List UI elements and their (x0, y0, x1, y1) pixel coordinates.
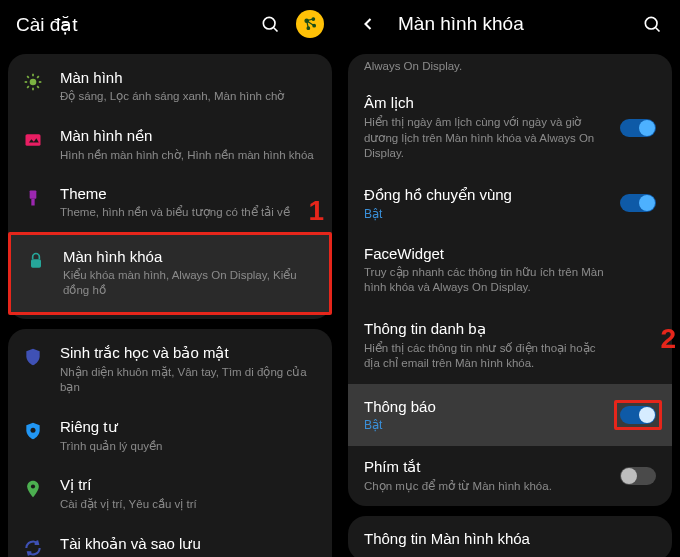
toggle-roaming-clock[interactable] (620, 194, 656, 212)
svg-point-0 (263, 17, 275, 29)
header: Cài đặt (0, 0, 340, 48)
item-subtitle: Hình nền màn hình chờ, Hình nền màn hình… (60, 148, 318, 164)
lockscreen-settings-screen: Màn hình khóa Always On Display. Âm lịch… (340, 0, 680, 557)
settings-item-location[interactable]: Vị trí Cài đặt vị trí, Yêu cầu vị trí (8, 465, 332, 524)
row-subtitle: Chọn mục để mở từ Màn hình khóa. (364, 479, 656, 495)
settings-item-privacy[interactable]: Riêng tư Trình quản lý quyền (8, 407, 332, 466)
search-button[interactable] (258, 12, 282, 36)
item-title: Sinh trắc học và bảo mật (60, 344, 318, 362)
row-status: Bật (364, 418, 656, 432)
svg-line-15 (37, 86, 39, 88)
brightness-icon (22, 71, 44, 93)
svg-point-25 (645, 17, 657, 29)
svg-line-17 (37, 76, 39, 78)
row-subtitle: Truy cập nhanh các thông tin hữu ích trê… (364, 265, 656, 296)
row-about-lockscreen[interactable]: Thông tin Màn hình khóa (348, 516, 672, 557)
item-title: Vị trí (60, 476, 318, 494)
row-subtitle: Hiển thị các thông tin như số điện thoại… (364, 341, 656, 372)
annotation-badge-1: 1 (308, 195, 324, 227)
row-shortcuts[interactable]: Phím tắt Chọn mục để mở từ Màn hình khóa… (348, 446, 672, 507)
settings-item-wallpaper[interactable]: Màn hình nền Hình nền màn hình chờ, Hình… (8, 116, 332, 175)
row-notifications[interactable]: Thông báo Bật (348, 384, 672, 446)
settings-item-theme[interactable]: Theme Theme, hình nền và biểu tượng có t… (8, 174, 332, 232)
svg-point-23 (31, 427, 36, 432)
settings-group-display: Màn hình Độ sáng, Lọc ánh sáng xanh, Màn… (8, 54, 332, 319)
row-facewidget[interactable]: FaceWidget Truy cập nhanh các thông tin … (348, 233, 672, 308)
lockscreen-list: Always On Display. Âm lịch Hiển thị ngày… (340, 54, 680, 557)
svg-line-1 (274, 28, 278, 32)
row-title: Âm lịch (364, 94, 656, 112)
shield-icon (22, 346, 44, 368)
profile-avatar[interactable] (296, 10, 324, 38)
search-icon (260, 14, 280, 34)
row-title: Phím tắt (364, 458, 656, 476)
settings-group-privacy: Sinh trắc học và bảo mật Nhận diện khuôn… (8, 329, 332, 557)
svg-rect-21 (31, 199, 34, 206)
row-title: Đồng hồ chuyển vùng (364, 186, 656, 204)
annotation-badge-2: 2 (660, 323, 676, 355)
row-roaming-clock[interactable]: Đồng hồ chuyển vùng Bật (348, 174, 672, 233)
row-lunar-calendar[interactable]: Âm lịch Hiển thị ngày âm lịch cùng với n… (348, 82, 672, 174)
item-title: Màn hình khóa (63, 248, 315, 265)
item-subtitle: Độ sáng, Lọc ánh sáng xanh, Màn hình chờ (60, 89, 318, 105)
item-subtitle: Kiểu khóa màn hình, Always On Display, K… (63, 268, 315, 299)
settings-list: Màn hình Độ sáng, Lọc ánh sáng xanh, Màn… (0, 48, 340, 557)
row-title: Thông báo (364, 398, 656, 415)
toggle-notifications[interactable] (620, 406, 656, 424)
toggle-shortcuts[interactable] (620, 467, 656, 485)
location-icon (22, 478, 44, 500)
page-title: Cài đặt (16, 13, 250, 36)
item-subtitle: Trình quản lý quyền (60, 439, 318, 455)
item-title: Riêng tư (60, 418, 318, 436)
toggle-lunar-calendar[interactable] (620, 119, 656, 137)
svg-rect-22 (31, 259, 41, 267)
settings-item-display[interactable]: Màn hình Độ sáng, Lọc ánh sáng xanh, Màn… (8, 58, 332, 116)
svg-line-26 (656, 28, 660, 32)
row-contact-info[interactable]: Thông tin danh bạ Hiển thị các thông tin… (348, 308, 672, 384)
item-title: Màn hình nền (60, 127, 318, 145)
svg-line-14 (27, 76, 29, 78)
toggle-notifications-highlighted[interactable] (614, 400, 662, 430)
truncated-text: Always On Display. (348, 54, 672, 82)
sync-icon (22, 537, 44, 557)
row-title: FaceWidget (364, 245, 656, 262)
svg-rect-20 (30, 191, 37, 199)
avatar-icon (300, 14, 320, 34)
page-title: Màn hình khóa (398, 13, 632, 35)
svg-line-16 (27, 86, 29, 88)
row-status: Bật (364, 207, 656, 221)
item-subtitle: Cài đặt vị trí, Yêu cầu vị trí (60, 497, 318, 513)
chevron-left-icon (358, 14, 378, 34)
lock-icon (25, 250, 47, 272)
theme-icon (22, 187, 44, 209)
settings-item-biometrics[interactable]: Sinh trắc học và bảo mật Nhận diện khuôn… (8, 333, 332, 407)
header: Màn hình khóa (340, 0, 680, 48)
item-title: Theme (60, 185, 318, 202)
item-title: Màn hình (60, 69, 318, 86)
wallpaper-icon (22, 129, 44, 151)
svg-rect-18 (26, 134, 41, 146)
settings-group: Always On Display. Âm lịch Hiển thị ngày… (348, 54, 672, 506)
settings-item-accounts[interactable]: Tài khoản và sao lưu Samsung Cloud, Smar… (8, 524, 332, 557)
search-button[interactable] (640, 12, 664, 36)
svg-point-9 (30, 79, 37, 86)
item-subtitle: Nhận diện khuôn mặt, Vân tay, Tìm di độn… (60, 365, 318, 396)
item-title: Tài khoản và sao lưu (60, 535, 318, 553)
row-subtitle: Hiển thị ngày âm lịch cùng với ngày và g… (364, 115, 656, 162)
settings-item-lockscreen[interactable]: Màn hình khóa Kiểu khóa màn hình, Always… (8, 232, 332, 315)
item-subtitle: Theme, hình nền và biểu tượng có thể tải… (60, 205, 318, 221)
back-button[interactable] (356, 12, 380, 36)
settings-screen: Cài đặt Màn hình Độ sáng, Lọc ánh sáng x… (0, 0, 340, 557)
row-title: Thông tin danh bạ (364, 320, 656, 338)
privacy-icon (22, 420, 44, 442)
row-title: Thông tin Màn hình khóa (364, 530, 656, 547)
search-icon (642, 14, 662, 34)
svg-point-24 (31, 485, 35, 489)
